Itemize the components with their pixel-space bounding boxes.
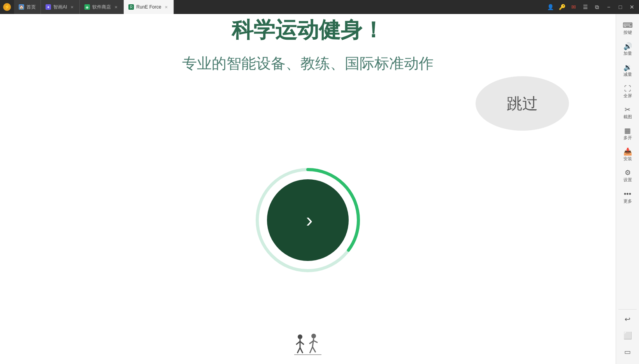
sidebar-item-multi[interactable]: ▦ 多开 [616,123,639,144]
bottom-figure [292,333,323,356]
tab-favicon-home: 🏠 [19,4,24,10]
tab-rune[interactable]: R RunE Force ✕ [124,0,174,14]
restore-down-button[interactable]: ⧉ [592,2,602,12]
headline-partial: 科学运动健身！ [0,14,616,42]
sidebar-item-fullscreen[interactable]: ⛶ 全屏 [616,81,639,102]
account-button[interactable]: 🔑 [556,2,567,12]
svg-line-14 [310,347,312,353]
sidebar-divider [618,309,637,310]
tab-label-home: 首页 [26,4,36,10]
tab-close-rune[interactable]: ✕ [163,4,169,10]
tab-label-rune: RunE Force [136,4,161,10]
tab-close-store[interactable]: ✕ [113,4,119,10]
menu-button[interactable]: ☰ [580,2,591,12]
tab-home[interactable]: 🏠 首页 [14,0,41,14]
sidebar-label-more: 更多 [623,199,632,204]
more-icon: ••• [624,191,631,198]
circle-progress: › [253,166,362,275]
sidebar-item-settings[interactable]: ⚙ 设置 [616,165,639,186]
sidebar-recent-button[interactable]: ▭ [616,344,639,360]
svg-line-13 [314,341,318,343]
sidebar-label-screenshot: 截图 [623,114,632,119]
chevron-right-icon: › [306,210,312,230]
volume-up-icon: 🔊 [623,43,632,50]
sidebar-item-install[interactable]: 📥 安装 [616,144,639,165]
sidebar-bottom: ↩ ⬜ ▭ [616,308,639,360]
right-sidebar: ⌨ 按键 🔊 加量 🔉 减量 ⛶ 全屏 ✂ 截图 ▦ 多开 📥 安装 ⚙ [616,14,639,364]
sidebar-item-volume-up[interactable]: 🔊 加量 [616,39,639,60]
svg-line-8 [297,348,300,353]
titlebar-left: ⚡ 🏠 首页 ✦ 智画AI ✕ ◈ 软件商店 ✕ R RunE Force ✕ [0,0,545,14]
tab-favicon-store: ◈ [84,4,90,10]
tab-close-ai[interactable]: ✕ [69,4,75,10]
sidebar-label-volume-up: 加量 [623,51,632,56]
circle-progress-container: › [253,166,362,275]
home-nav-icon: ⬜ [623,331,632,340]
sidebar-home-nav-button[interactable]: ⬜ [616,327,639,344]
tab-label-ai: 智画AI [53,4,67,10]
recent-icon: ▭ [624,348,631,356]
subtitle: 专业的智能设备、教练、国际标准动作 [182,54,434,74]
titlebar: ⚡ 🏠 首页 ✦ 智画AI ✕ ◈ 软件商店 ✕ R RunE Force ✕ … [0,0,639,14]
sidebar-item-keys[interactable]: ⌨ 按键 [616,18,639,39]
install-icon: 📥 [623,148,632,155]
titlebar-right: 👤 🔑 ✉ ☰ ⧉ − □ ✕ [545,2,639,12]
svg-point-10 [311,334,316,338]
tab-favicon-ai: ✦ [46,4,51,10]
tab-label-store: 软件商店 [92,4,111,10]
close-button[interactable]: ✕ [627,2,637,12]
svg-line-11 [312,338,314,347]
sidebar-label-multi: 多开 [623,135,632,140]
back-icon: ↩ [625,315,630,324]
sidebar-back-button[interactable]: ↩ [616,311,639,327]
app-icon: ⚡ [0,0,14,14]
volume-down-icon: 🔉 [623,64,632,71]
skip-label: 跳过 [507,93,538,114]
main-area: 科学运动健身！ 专业的智能设备、教练、国际标准动作 跳过 [0,14,639,364]
fullscreen-icon: ⛶ [624,85,631,92]
skip-button[interactable]: 跳过 [476,76,569,131]
sidebar-label-volume-down: 减量 [623,72,632,77]
sidebar-label-settings: 设置 [623,177,632,182]
svg-point-4 [298,334,302,339]
profile-button[interactable]: 👤 [545,2,556,12]
settings-icon: ⚙ [625,169,631,176]
sidebar-item-volume-down[interactable]: 🔉 减量 [616,60,639,81]
svg-line-9 [300,348,303,353]
sidebar-item-more[interactable]: ••• 更多 [616,187,639,208]
tab-store[interactable]: ◈ 软件商店 ✕ [80,0,124,14]
svg-line-15 [312,347,316,352]
next-button[interactable]: › [267,179,349,261]
multi-icon: ▦ [624,127,631,134]
maximize-button[interactable]: □ [615,2,626,12]
screenshot-icon: ✂ [625,106,630,113]
sidebar-label-keys: 按键 [623,30,632,35]
tab-ai[interactable]: ✦ 智画AI ✕ [41,0,80,14]
sidebar-label-fullscreen: 全屏 [623,93,632,98]
keys-icon: ⌨ [623,22,633,29]
minimize-button[interactable]: − [603,2,614,12]
content-area: 科学运动健身！ 专业的智能设备、教练、国际标准动作 跳过 [0,14,616,364]
mail-button[interactable]: ✉ [568,2,579,12]
sidebar-label-install: 安装 [623,156,632,161]
tab-favicon-rune: R [128,4,134,10]
svg-text:⚡: ⚡ [4,4,10,10]
sidebar-item-screenshot[interactable]: ✂ 截图 [616,102,639,123]
exercise-figure-svg [292,333,323,356]
